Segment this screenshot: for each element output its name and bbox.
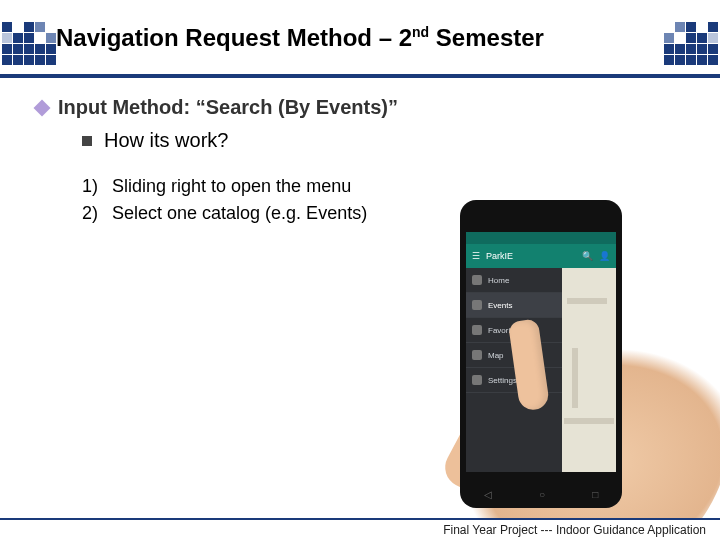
drawer-item-home: Home xyxy=(466,268,562,293)
corner-decoration-left xyxy=(2,22,56,65)
map-icon xyxy=(472,350,482,360)
title-suffix: Semester xyxy=(429,24,544,51)
phone-app-bar: ☰ ParkIE 🔍 👤 xyxy=(466,244,616,268)
section-subheading-row: How its work? xyxy=(82,129,684,152)
section-heading-row: Input Method: “Search (By Events)” xyxy=(36,96,684,119)
app-title: ParkIE xyxy=(486,251,513,261)
recent-icon: □ xyxy=(592,489,598,500)
user-icon: 👤 xyxy=(599,251,610,261)
title-superscript: nd xyxy=(412,24,429,40)
footer-text: Final Year Project --- Indoor Guidance A… xyxy=(443,523,706,537)
corner-decoration-right xyxy=(664,22,718,65)
step-text: Select one catalog (e.g. Events) xyxy=(112,203,367,224)
phone-status-bar xyxy=(466,232,616,244)
title-bar: Navigation Request Method – 2nd Semester xyxy=(0,18,720,78)
diamond-bullet-icon xyxy=(34,99,51,116)
drawer-item-events: Events xyxy=(466,293,562,318)
step-text: Sliding right to open the menu xyxy=(112,176,351,197)
section-subheading: How its work? xyxy=(104,129,228,152)
menu-icon: ☰ xyxy=(472,251,480,261)
slide-title: Navigation Request Method – 2nd Semester xyxy=(56,24,544,52)
step-number: 1) xyxy=(82,176,112,197)
favorites-icon xyxy=(472,325,482,335)
title-prefix: Navigation Request Method – 2 xyxy=(56,24,412,51)
phone-nav-buttons: ◁ ○ □ xyxy=(460,489,622,500)
search-icon: 🔍 xyxy=(582,251,593,261)
home-icon xyxy=(472,275,482,285)
phone-illustration: ☰ ParkIE 🔍 👤 Home Events Favorites Map S… xyxy=(400,200,690,510)
footer: Final Year Project --- Indoor Guidance A… xyxy=(0,518,720,540)
phone-map-background xyxy=(562,268,616,472)
section-heading: Input Method: “Search (By Events)” xyxy=(58,96,398,119)
home-nav-icon: ○ xyxy=(539,489,545,500)
square-bullet-icon xyxy=(82,136,92,146)
step-item: 1) Sliding right to open the menu xyxy=(82,176,684,197)
events-icon xyxy=(472,300,482,310)
settings-icon xyxy=(472,375,482,385)
back-icon: ◁ xyxy=(484,489,492,500)
step-number: 2) xyxy=(82,203,112,224)
